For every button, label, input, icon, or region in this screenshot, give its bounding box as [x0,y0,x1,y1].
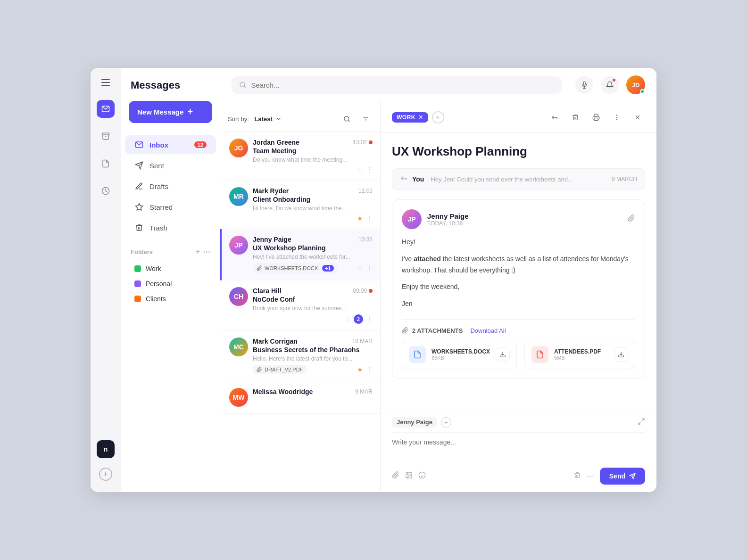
compose-add-recipient[interactable]: + [441,417,451,428]
star-icon-3[interactable]: ☆ [357,264,363,272]
remove-tag-button[interactable]: ✕ [418,114,423,121]
more-options-2[interactable]: ⋮ [366,214,373,222]
star-icon-5[interactable]: ★ [357,366,363,373]
attachment-5: DRAFT_V2.PDF [253,365,307,374]
sidebar-item-inbox[interactable]: Inbox 12 [125,135,216,154]
user-initials: JD [632,82,640,89]
download-file-2[interactable] [614,347,628,362]
star-icon-2[interactable]: ★ [357,214,363,222]
nav-icon-mail[interactable] [97,100,115,118]
compose-more-options[interactable]: ⋯ [587,472,594,481]
nav-icon-doc[interactable] [97,155,115,173]
sidebar-item-trash[interactable]: Trash [125,218,216,237]
more-options-5[interactable]: ⋮ [366,366,373,373]
filter-button[interactable] [358,112,373,126]
compose-emoji-icon[interactable] [418,471,426,481]
message-item-4[interactable]: CH Clara Hill 09:09 NoCode Conf Book you… [220,280,380,331]
more-options-1[interactable]: ⋮ [366,166,373,173]
msg-sender-2: Mark Ryder [253,187,289,195]
add-folder-button[interactable]: + [196,247,200,256]
message-item-5[interactable]: MC Mark Corrigan 10 MAR Business Secrets… [220,331,380,381]
delete-email-button[interactable] [568,110,583,125]
compose-area: Jenny Paige + [381,409,656,492]
folder-item-work[interactable]: Work [131,261,210,276]
close-email-button[interactable] [630,110,645,125]
msg-subject-2: Client Onboarding [253,196,373,203]
pdf-icon [531,346,548,363]
compose-to-row: Jenny Paige + [392,417,645,433]
file-name-2: ATTENDEES.PDF [554,348,601,355]
svg-point-19 [616,115,617,115]
folder-item-personal[interactable]: Personal [131,276,210,291]
msg-preview-3: Hey! I've attached the worksheets for... [253,254,373,260]
send-button[interactable]: Send [600,468,645,485]
reply-button[interactable] [547,110,562,125]
message-item-6[interactable]: MW Melissa Woodridge 9 MAR [220,381,380,414]
star-icon-1[interactable]: ☆ [357,166,363,173]
hamburger-menu[interactable] [101,79,110,86]
message-item-2[interactable]: MR Mark Ryder 11:05 Client Onboarding Hi… [220,181,380,229]
send-time: TODAY, 10:36 [427,220,469,227]
svg-point-30 [419,472,425,478]
sent-icon [134,161,144,170]
compose-footer: ⋯ Send [392,468,645,485]
sort-selector[interactable]: Sort by: Latest [228,115,282,123]
email-tags: WORK ✕ + [392,111,444,124]
message-item-3[interactable]: JP Jenny Paige 10:36 UX Workshop Plannin… [220,229,380,280]
download-file-1[interactable] [496,347,510,362]
new-message-button[interactable]: New Message + [129,101,212,123]
unread-dot-4 [369,289,373,293]
nav-icon-chart[interactable] [97,182,115,200]
main-header: JD [220,68,656,102]
add-tag-button[interactable]: + [432,111,444,124]
svg-point-13 [344,116,349,121]
compose-input[interactable] [392,438,645,461]
starred-icon [134,202,144,212]
mic-button[interactable] [575,76,593,94]
search-box [232,76,562,94]
print-button[interactable] [589,110,604,125]
email-content: UX Workshop Planning You Hey Jen! Could … [381,133,656,409]
msg-time-6: 9 MAR [355,388,373,395]
compose-image-icon[interactable] [405,471,413,481]
sidebar-item-drafts[interactable]: Drafts [125,177,216,196]
msg-main-6: Melissa Woodridge 9 MAR [253,388,373,395]
icon-sidebar: n + [91,68,121,492]
folder-options-button[interactable]: ⋯ [203,247,210,256]
search-messages-button[interactable] [340,112,354,126]
nav-icon-archive[interactable] [97,127,115,145]
more-options-4[interactable]: ⋮ [366,315,373,323]
sidebar-item-sent[interactable]: Sent [125,156,216,175]
download-all-button[interactable]: Download All [470,327,506,334]
search-input[interactable] [251,81,554,89]
sidebar-item-starred[interactable]: Starred [125,198,216,216]
avatar-melissa: MW [229,388,248,407]
msg-sender-4: Clara Hill [253,287,282,295]
msg-sender-6: Melissa Woodridge [253,388,313,395]
reply-text: Hey Jen! Could you send over the workshe… [431,176,573,183]
message-item-1[interactable]: JG Jordan Greene 13:02 Team Meeting Do y… [220,132,380,181]
search-icon [239,81,246,89]
file-size-1: 65KB [432,355,490,361]
more-actions-button[interactable] [609,110,624,125]
email-view: WORK ✕ + [381,102,656,492]
compose-link-icon[interactable] [392,471,399,481]
avatar-jordan: JG [229,139,248,157]
user-avatar[interactable]: JD [626,75,645,94]
folder-item-clients[interactable]: Clients [131,291,210,306]
file-size-2: 5MB [554,355,601,361]
attach-header: 2 ATTACHMENTS Download All [402,327,635,334]
add-workspace-button[interactable]: + [99,468,112,481]
star-icon-4[interactable]: ☆ [345,315,351,323]
notification-button[interactable] [601,76,619,94]
svg-rect-10 [583,82,585,85]
sender-info: Jenny Paige TODAY, 10:36 [427,212,469,227]
attachments-count: 2 ATTACHMENTS [412,327,463,334]
compose-delete-button[interactable] [573,471,581,481]
compose-expand-button[interactable] [638,418,645,427]
svg-point-20 [616,117,617,117]
more-options-3[interactable]: ⋮ [366,264,373,272]
msg-main-4: Clara Hill 09:09 NoCode Conf Book your s… [253,287,373,324]
sender-name: Jenny Paige [427,212,469,220]
reply-from: You [412,175,424,183]
